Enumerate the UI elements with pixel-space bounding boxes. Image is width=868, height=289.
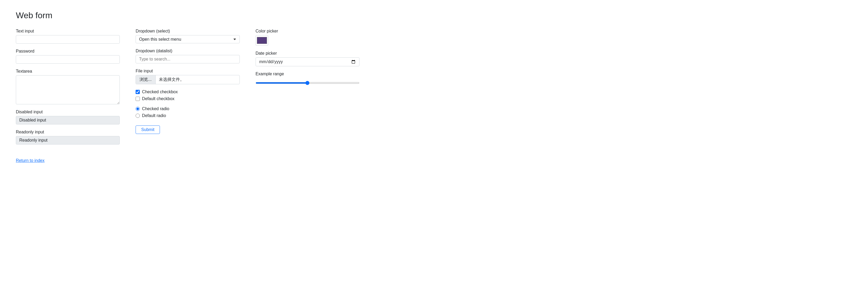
default-checkbox-group: Default checkbox [135, 96, 240, 101]
checked-radio-label: Checked radio [142, 106, 169, 111]
dropdown-select-group: Dropdown (select) Open this select menu [135, 29, 240, 43]
textarea-group: Textarea [16, 69, 120, 104]
date-picker-input[interactable] [256, 57, 360, 66]
dropdown-datalist-group: Dropdown (datalist) [135, 49, 240, 63]
return-to-index-link[interactable]: Return to index [16, 158, 45, 163]
example-range-input[interactable] [256, 82, 360, 84]
checked-checkbox-group: Checked checkbox [135, 90, 240, 94]
file-name-display: 未选择文件。 [156, 75, 187, 84]
color-picker-group: Color picker [256, 29, 360, 46]
disabled-input-group: Disabled input [16, 109, 120, 124]
password-group: Password [16, 49, 120, 64]
checkboxes-group: Checked checkbox Default checkbox [135, 90, 240, 101]
dropdown-select-label: Dropdown (select) [135, 29, 240, 34]
range-wrapper [256, 78, 360, 87]
default-checkbox[interactable] [135, 97, 140, 101]
textarea-label: Textarea [16, 69, 120, 74]
disabled-input-label: Disabled input [16, 109, 120, 115]
color-picker-wrapper [256, 35, 360, 46]
default-radio[interactable] [135, 114, 140, 118]
default-checkbox-label: Default checkbox [142, 96, 175, 101]
file-browse-button[interactable]: 浏览... [136, 75, 155, 84]
checked-checkbox[interactable] [135, 90, 140, 94]
text-input-group: Text input [16, 29, 120, 43]
text-input[interactable] [16, 35, 120, 43]
dropdown-select[interactable]: Open this select menu [135, 35, 240, 43]
text-input-label: Text input [16, 29, 120, 34]
page-title: Web form [16, 10, 852, 20]
example-range-label: Example range [256, 72, 360, 76]
checked-checkbox-label: Checked checkbox [142, 90, 178, 94]
color-picker-input[interactable] [256, 35, 268, 46]
date-picker-group: Date picker [256, 51, 360, 66]
file-input-group: File input 浏览... 未选择文件。 [135, 69, 240, 84]
date-picker-label: Date picker [256, 51, 360, 56]
file-input-label: File input [135, 69, 240, 73]
readonly-input-label: Readonly input [16, 130, 120, 134]
file-input-wrapper: 浏览... 未选择文件。 [135, 75, 240, 84]
radios-group: Checked radio Default radio [135, 106, 240, 118]
textarea-input[interactable] [16, 75, 120, 104]
dropdown-datalist-input[interactable] [135, 55, 240, 63]
password-label: Password [16, 49, 120, 54]
password-input[interactable] [16, 55, 120, 64]
dropdown-datalist-label: Dropdown (datalist) [135, 49, 240, 53]
disabled-input [16, 116, 120, 124]
default-radio-group: Default radio [135, 113, 240, 118]
submit-button[interactable]: Submit [135, 126, 160, 134]
readonly-input-group: Readonly input [16, 130, 120, 144]
default-radio-label: Default radio [142, 113, 166, 118]
example-range-group: Example range [256, 72, 360, 87]
color-picker-label: Color picker [256, 29, 360, 34]
checked-radio-group: Checked radio [135, 106, 240, 111]
readonly-input [16, 136, 120, 144]
checked-radio[interactable] [135, 107, 140, 111]
